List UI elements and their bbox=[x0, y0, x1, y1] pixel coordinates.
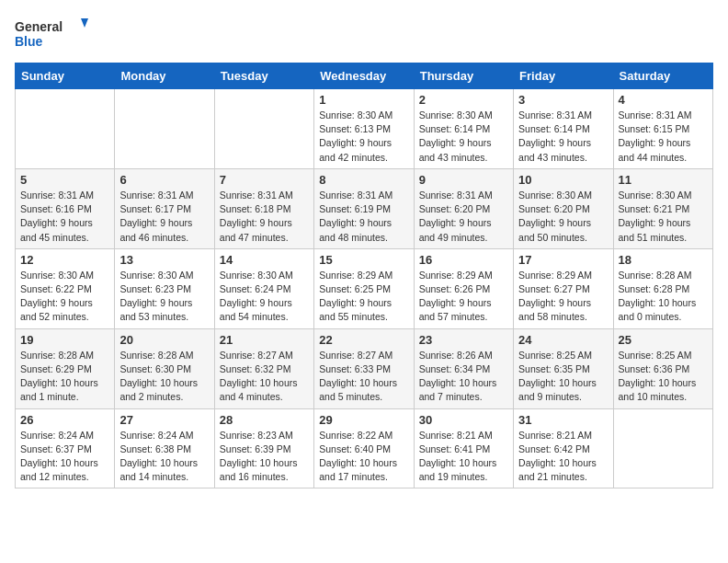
calendar-cell: 13Sunrise: 8:30 AM Sunset: 6:23 PM Dayli… bbox=[115, 248, 214, 328]
calendar-cell: 28Sunrise: 8:23 AM Sunset: 6:39 PM Dayli… bbox=[214, 408, 313, 488]
day-info: Sunrise: 8:31 AM Sunset: 6:16 PM Dayligh… bbox=[20, 189, 109, 245]
week-row-4: 19Sunrise: 8:28 AM Sunset: 6:29 PM Dayli… bbox=[16, 328, 713, 408]
day-number: 14 bbox=[220, 253, 309, 267]
calendar-cell: 30Sunrise: 8:21 AM Sunset: 6:41 PM Dayli… bbox=[414, 408, 513, 488]
day-info: Sunrise: 8:29 AM Sunset: 6:26 PM Dayligh… bbox=[419, 269, 508, 325]
day-number: 16 bbox=[419, 253, 508, 267]
weekday-header-friday: Friday bbox=[514, 63, 613, 89]
logo-icon: General Blue bbox=[15, 15, 88, 52]
day-info: Sunrise: 8:27 AM Sunset: 6:32 PM Dayligh… bbox=[220, 349, 309, 405]
day-info: Sunrise: 8:25 AM Sunset: 6:36 PM Dayligh… bbox=[619, 349, 708, 405]
day-info: Sunrise: 8:30 AM Sunset: 6:14 PM Dayligh… bbox=[419, 109, 508, 165]
svg-marker-2 bbox=[81, 18, 88, 28]
day-number: 3 bbox=[518, 93, 608, 107]
day-number: 8 bbox=[319, 173, 408, 187]
day-info: Sunrise: 8:26 AM Sunset: 6:34 PM Dayligh… bbox=[419, 349, 508, 405]
day-info: Sunrise: 8:30 AM Sunset: 6:21 PM Dayligh… bbox=[619, 189, 708, 245]
calendar-cell bbox=[115, 89, 214, 169]
day-info: Sunrise: 8:28 AM Sunset: 6:30 PM Dayligh… bbox=[119, 349, 209, 405]
calendar-cell: 22Sunrise: 8:27 AM Sunset: 6:33 PM Dayli… bbox=[314, 328, 414, 408]
calendar-cell: 23Sunrise: 8:26 AM Sunset: 6:34 PM Dayli… bbox=[414, 328, 513, 408]
calendar-cell: 3Sunrise: 8:31 AM Sunset: 6:14 PM Daylig… bbox=[514, 89, 613, 169]
calendar-cell: 16Sunrise: 8:29 AM Sunset: 6:26 PM Dayli… bbox=[414, 248, 513, 328]
calendar-cell: 31Sunrise: 8:21 AM Sunset: 6:42 PM Dayli… bbox=[514, 408, 613, 488]
week-row-2: 5Sunrise: 8:31 AM Sunset: 6:16 PM Daylig… bbox=[16, 168, 713, 248]
calendar-cell: 4Sunrise: 8:31 AM Sunset: 6:15 PM Daylig… bbox=[613, 89, 712, 169]
calendar-cell: 26Sunrise: 8:24 AM Sunset: 6:37 PM Dayli… bbox=[16, 408, 115, 488]
day-info: Sunrise: 8:30 AM Sunset: 6:22 PM Dayligh… bbox=[20, 269, 109, 325]
day-info: Sunrise: 8:31 AM Sunset: 6:15 PM Dayligh… bbox=[619, 109, 708, 165]
day-number: 2 bbox=[419, 93, 508, 107]
day-number: 30 bbox=[419, 413, 508, 427]
calendar-cell: 12Sunrise: 8:30 AM Sunset: 6:22 PM Dayli… bbox=[16, 248, 115, 328]
day-number: 6 bbox=[119, 173, 209, 187]
calendar-cell: 15Sunrise: 8:29 AM Sunset: 6:25 PM Dayli… bbox=[314, 248, 414, 328]
calendar-cell: 21Sunrise: 8:27 AM Sunset: 6:32 PM Dayli… bbox=[214, 328, 313, 408]
day-info: Sunrise: 8:21 AM Sunset: 6:42 PM Dayligh… bbox=[518, 429, 608, 485]
calendar-cell bbox=[613, 408, 712, 488]
calendar-cell: 6Sunrise: 8:31 AM Sunset: 6:17 PM Daylig… bbox=[115, 168, 214, 248]
day-number: 17 bbox=[518, 253, 608, 267]
day-number: 20 bbox=[119, 333, 209, 347]
weekday-header-tuesday: Tuesday bbox=[214, 63, 313, 89]
day-info: Sunrise: 8:25 AM Sunset: 6:35 PM Dayligh… bbox=[518, 349, 608, 405]
calendar-cell: 2Sunrise: 8:30 AM Sunset: 6:14 PM Daylig… bbox=[414, 89, 513, 169]
day-info: Sunrise: 8:22 AM Sunset: 6:40 PM Dayligh… bbox=[319, 429, 408, 485]
weekday-header-wednesday: Wednesday bbox=[314, 63, 414, 89]
calendar-cell: 27Sunrise: 8:24 AM Sunset: 6:38 PM Dayli… bbox=[115, 408, 214, 488]
day-info: Sunrise: 8:24 AM Sunset: 6:38 PM Dayligh… bbox=[119, 429, 209, 485]
week-row-1: 1Sunrise: 8:30 AM Sunset: 6:13 PM Daylig… bbox=[16, 89, 713, 169]
day-number: 18 bbox=[619, 253, 708, 267]
week-row-5: 26Sunrise: 8:24 AM Sunset: 6:37 PM Dayli… bbox=[16, 408, 713, 488]
day-number: 13 bbox=[119, 253, 209, 267]
day-info: Sunrise: 8:28 AM Sunset: 6:28 PM Dayligh… bbox=[619, 269, 708, 325]
calendar-cell: 14Sunrise: 8:30 AM Sunset: 6:24 PM Dayli… bbox=[214, 248, 313, 328]
calendar-cell: 9Sunrise: 8:31 AM Sunset: 6:20 PM Daylig… bbox=[414, 168, 513, 248]
day-info: Sunrise: 8:24 AM Sunset: 6:37 PM Dayligh… bbox=[20, 429, 109, 485]
calendar-cell: 8Sunrise: 8:31 AM Sunset: 6:19 PM Daylig… bbox=[314, 168, 414, 248]
calendar-cell bbox=[16, 89, 115, 169]
day-info: Sunrise: 8:29 AM Sunset: 6:25 PM Dayligh… bbox=[319, 269, 408, 325]
day-info: Sunrise: 8:30 AM Sunset: 6:23 PM Dayligh… bbox=[119, 269, 209, 325]
day-number: 22 bbox=[319, 333, 408, 347]
day-number: 29 bbox=[319, 413, 408, 427]
day-number: 19 bbox=[20, 333, 109, 347]
day-number: 28 bbox=[220, 413, 309, 427]
day-info: Sunrise: 8:30 AM Sunset: 6:20 PM Dayligh… bbox=[518, 189, 608, 245]
day-info: Sunrise: 8:27 AM Sunset: 6:33 PM Dayligh… bbox=[319, 349, 408, 405]
day-info: Sunrise: 8:29 AM Sunset: 6:27 PM Dayligh… bbox=[518, 269, 608, 325]
calendar-cell: 10Sunrise: 8:30 AM Sunset: 6:20 PM Dayli… bbox=[514, 168, 613, 248]
calendar-cell: 7Sunrise: 8:31 AM Sunset: 6:18 PM Daylig… bbox=[214, 168, 313, 248]
day-number: 1 bbox=[319, 93, 408, 107]
day-number: 11 bbox=[619, 173, 708, 187]
svg-text:Blue: Blue bbox=[15, 34, 43, 49]
calendar-cell: 11Sunrise: 8:30 AM Sunset: 6:21 PM Dayli… bbox=[613, 168, 712, 248]
calendar-cell: 29Sunrise: 8:22 AM Sunset: 6:40 PM Dayli… bbox=[314, 408, 414, 488]
weekday-header-saturday: Saturday bbox=[613, 63, 712, 89]
day-number: 12 bbox=[20, 253, 109, 267]
day-info: Sunrise: 8:21 AM Sunset: 6:41 PM Dayligh… bbox=[419, 429, 508, 485]
day-info: Sunrise: 8:30 AM Sunset: 6:13 PM Dayligh… bbox=[319, 109, 408, 165]
weekday-header-row: SundayMondayTuesdayWednesdayThursdayFrid… bbox=[16, 63, 713, 89]
day-number: 26 bbox=[20, 413, 109, 427]
day-number: 9 bbox=[419, 173, 508, 187]
calendar-cell: 25Sunrise: 8:25 AM Sunset: 6:36 PM Dayli… bbox=[613, 328, 712, 408]
calendar-cell: 24Sunrise: 8:25 AM Sunset: 6:35 PM Dayli… bbox=[514, 328, 613, 408]
weekday-header-thursday: Thursday bbox=[414, 63, 513, 89]
day-number: 27 bbox=[119, 413, 209, 427]
day-number: 4 bbox=[619, 93, 708, 107]
day-info: Sunrise: 8:31 AM Sunset: 6:19 PM Dayligh… bbox=[319, 189, 408, 245]
calendar-cell: 18Sunrise: 8:28 AM Sunset: 6:28 PM Dayli… bbox=[613, 248, 712, 328]
day-number: 24 bbox=[518, 333, 608, 347]
day-number: 5 bbox=[20, 173, 109, 187]
calendar-cell bbox=[214, 89, 313, 169]
svg-text:General: General bbox=[15, 19, 63, 34]
day-info: Sunrise: 8:31 AM Sunset: 6:17 PM Dayligh… bbox=[119, 189, 209, 245]
day-info: Sunrise: 8:31 AM Sunset: 6:20 PM Dayligh… bbox=[419, 189, 508, 245]
week-row-3: 12Sunrise: 8:30 AM Sunset: 6:22 PM Dayli… bbox=[16, 248, 713, 328]
day-number: 15 bbox=[319, 253, 408, 267]
logo: General Blue bbox=[15, 15, 88, 52]
day-number: 7 bbox=[220, 173, 309, 187]
weekday-header-monday: Monday bbox=[115, 63, 214, 89]
day-info: Sunrise: 8:23 AM Sunset: 6:39 PM Dayligh… bbox=[220, 429, 309, 485]
